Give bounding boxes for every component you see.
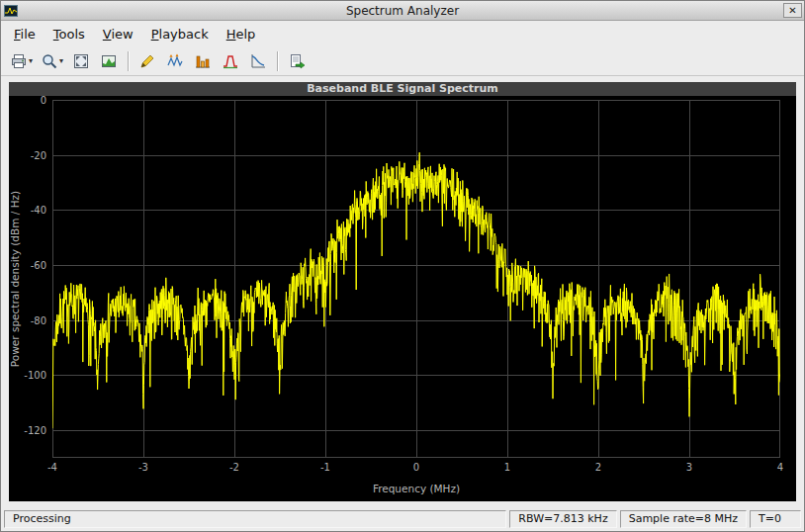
pencil-icon [138, 52, 156, 70]
expand-arrows-icon [72, 52, 90, 70]
spectrum-plot-canvas[interactable] [52, 100, 780, 458]
orange-bars-icon [194, 52, 212, 70]
y-tick-label: -40 [31, 205, 46, 216]
menu-playback-label: layback [159, 27, 209, 42]
menu-tools-label: ools [59, 27, 85, 42]
menu-bar: File Tools View Playback Help [1, 21, 804, 46]
dropdown-caret-icon: ▾ [29, 56, 33, 65]
y-tick-label: -80 [31, 314, 46, 325]
status-rbw: RBW=7.813 kHz [509, 510, 616, 528]
mask-trapezoid-icon [222, 52, 239, 70]
figure-area: Baseband BLE Signal Spectrum Power spect… [1, 76, 804, 507]
x-tick-label: 2 [595, 462, 601, 473]
menu-playback-accel: P [151, 27, 159, 42]
toolbar-separator [277, 51, 278, 71]
status-time: T=0 [750, 510, 801, 528]
y-tick-labels: 0-20-40-60-80-100-120 [19, 100, 50, 458]
toolbar-separator [128, 51, 129, 71]
x-tick-label: -2 [229, 462, 239, 473]
menu-tools[interactable]: Tools [45, 23, 94, 45]
y-tick-label: -100 [24, 370, 46, 381]
title-bar[interactable]: Spectrum Analyzer ✕ [1, 1, 804, 21]
status-bar: Processing RBW=7.813 kHz Sample rate=8 M… [1, 507, 804, 531]
x-tick-label: -3 [138, 462, 148, 473]
x-axis-label: Frequency (MHz) [52, 483, 780, 494]
spectral-mask-button[interactable] [218, 49, 243, 73]
x-tick-label: -1 [320, 462, 330, 473]
menu-view[interactable]: View [94, 23, 142, 45]
window-title: Spectrum Analyzer [1, 4, 804, 18]
spectrum-settings-button[interactable] [96, 49, 122, 73]
x-tick-labels: -4-3-2-101234 [52, 460, 780, 474]
document-arrow-icon [288, 52, 306, 70]
cursor-measurements-button[interactable] [134, 49, 160, 73]
menu-file-label: ile [21, 27, 36, 42]
spectrum-analyzer-window: Spectrum Analyzer ✕ File Tools View Play… [0, 0, 805, 532]
figure: Baseband BLE Signal Spectrum Power spect… [9, 82, 796, 501]
distortion-measurements-button[interactable] [190, 49, 216, 73]
status-sample-rate: Sample rate=8 MHz [620, 510, 747, 528]
dropdown-caret-icon: ▾ [59, 56, 63, 65]
menu-help-accel: H [226, 27, 236, 42]
peak-finder-button[interactable] [162, 49, 188, 73]
export-data-button[interactable] [284, 49, 310, 73]
x-tick-label: 4 [777, 462, 783, 473]
ccdf-measurements-button[interactable] [245, 49, 271, 73]
x-tick-label: 1 [504, 462, 510, 473]
magnifier-icon [41, 52, 58, 70]
export-button[interactable]: ▾ [7, 49, 36, 73]
zoom-button[interactable]: ▾ [38, 49, 66, 73]
x-tick-label: 0 [413, 462, 419, 473]
y-tick-label: -60 [31, 260, 46, 271]
y-tick-label: -120 [24, 425, 46, 436]
menu-view-label: iew [111, 27, 133, 42]
fit-to-view-button[interactable] [68, 49, 94, 73]
menu-help-label: elp [235, 27, 255, 42]
close-button[interactable]: ✕ [783, 3, 802, 18]
peaks-icon [166, 52, 184, 70]
toolbar: ▾ ▾ [1, 46, 804, 76]
printer-icon [10, 52, 28, 70]
y-tick-label: 0 [41, 95, 46, 106]
status-message: Processing [4, 510, 506, 528]
menu-help[interactable]: Help [218, 23, 265, 45]
green-spectrum-icon [100, 52, 118, 70]
x-tick-label: 3 [686, 462, 692, 473]
x-tick-label: -4 [47, 462, 57, 473]
axes[interactable] [52, 100, 780, 458]
y-tick-label: -20 [31, 149, 46, 160]
chart-title: Baseband BLE Signal Spectrum [9, 82, 796, 96]
menu-playback[interactable]: Playback [142, 23, 218, 45]
menu-file[interactable]: File [5, 23, 45, 45]
blue-curve-icon [249, 52, 267, 70]
